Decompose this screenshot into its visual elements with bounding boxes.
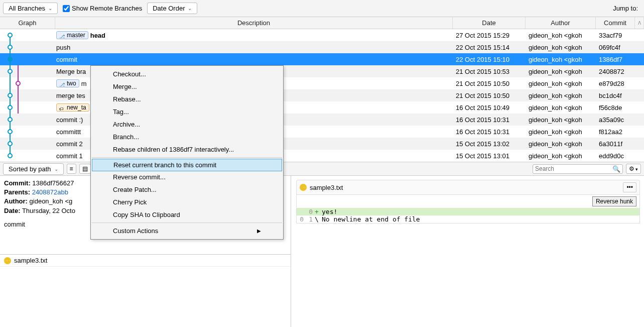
hash-cell: bc1dc4f (596, 92, 635, 99)
hash-cell: 1386df7 (596, 56, 635, 63)
col-desc[interactable]: Description (55, 17, 453, 29)
show-remote-input[interactable] (63, 5, 70, 12)
diff-line: 0+ yes! (297, 208, 639, 215)
menu-item[interactable]: Cherry Pick (91, 196, 283, 208)
hash-cell: 069fc4f (596, 44, 635, 51)
author-cell: gideon_koh <gkoh (526, 116, 596, 124)
author-cell: gideon_koh <gkoh (526, 68, 596, 75)
desc-cell: masterhead (55, 31, 453, 39)
col-commit[interactable]: Commit (596, 17, 635, 29)
graph-cell (0, 138, 55, 150)
graph-cell (0, 29, 55, 41)
date-cell: 21 Oct 2015 10:50 (453, 80, 526, 87)
menu-item[interactable]: Custom Actions▶ (91, 225, 283, 237)
date-label: Date: (4, 207, 21, 214)
col-graph[interactable]: Graph (0, 17, 55, 29)
commit-row[interactable]: masterhead27 Oct 2015 15:29gideon_koh <g… (0, 29, 644, 41)
hash-cell: edd9d0c (596, 152, 635, 160)
author-cell: gideon_koh <gkoh (526, 128, 596, 136)
menu-item[interactable]: Merge... (91, 80, 283, 93)
diff-menu-button[interactable]: ••• (623, 182, 636, 192)
diff-header: ⋯ sample3.txt ••• (296, 180, 640, 195)
show-remote-checkbox[interactable]: Show Remote Branches (63, 5, 142, 12)
submenu-arrow-icon: ▶ (257, 228, 261, 234)
toolbar: All Branches ⌄ Show Remote Branches Date… (0, 0, 644, 17)
file-list-item[interactable]: ⋯ sample3.txt (0, 254, 291, 266)
date-cell: 27 Oct 2015 15:29 (453, 32, 526, 39)
diff-line: 01\ No newline at end of file (297, 215, 639, 223)
date-cell: 15 Oct 2015 13:02 (453, 140, 526, 148)
tag-icon (59, 105, 65, 110)
date-cell: 16 Oct 2015 10:31 (453, 128, 526, 136)
col-scroll-indicator: ᐱ (635, 17, 644, 29)
hash-cell: e879d28 (596, 80, 635, 87)
menu-item[interactable]: Branch... (91, 131, 283, 143)
menu-item[interactable]: Archive... (91, 118, 283, 131)
hash-cell: 6a3011f (596, 140, 635, 148)
graph-cell (0, 65, 55, 77)
jump-to-label: Jump to: (613, 5, 641, 12)
context-menu: Checkout...Merge...Rebase...Tag...Archiv… (90, 65, 284, 240)
desc-cell: commit (55, 56, 453, 63)
graph-cell (0, 126, 55, 138)
commit-row[interactable]: push22 Oct 2015 15:14gideon_koh <gkoh069… (0, 41, 644, 53)
author-cell: gideon_koh <gkoh (526, 92, 596, 99)
branches-filter-dropdown[interactable]: All Branches ⌄ (3, 3, 58, 14)
commit-hash: 1386df756627 (32, 179, 74, 187)
graph-cell (0, 77, 55, 89)
menu-item[interactable]: Reset current branch to this commit (92, 159, 282, 171)
menu-item[interactable]: Reverse commit... (91, 171, 283, 183)
branch-badge: master (56, 31, 88, 39)
graph-cell (0, 150, 55, 162)
search-icon: 🔍 (612, 165, 620, 173)
chevron-down-icon: ▾ (635, 167, 638, 172)
sort-label: Sorted by path (9, 165, 51, 173)
order-dropdown[interactable]: Date Order ⌄ (147, 3, 197, 14)
author-cell: gideon_koh <gkoh (526, 104, 596, 112)
date-value: Thursday, 22 Octo (22, 207, 75, 214)
commit-label: Commit: (4, 179, 31, 187)
author-cell: gideon_koh <gkoh (526, 140, 596, 148)
commit-row[interactable]: commit22 Oct 2015 15:10gideon_koh <gkoh1… (0, 53, 644, 65)
author-cell: gideon_koh <gkoh (526, 32, 596, 39)
graph-cell (0, 101, 55, 114)
col-author[interactable]: Author (526, 17, 596, 29)
parents-hash[interactable]: 2408872abb (32, 188, 68, 196)
chevron-down-icon: ⌄ (188, 6, 192, 11)
menu-item[interactable]: Copy SHA to Clipboard (91, 208, 283, 221)
search-input[interactable] (535, 165, 612, 172)
search-box[interactable]: 🔍 (533, 164, 623, 174)
file-modified-icon: ⋯ (300, 184, 307, 191)
author-cell: gideon_koh <gkoh (526, 152, 596, 160)
hash-cell: 2408872 (596, 68, 635, 75)
hash-cell: f812aa2 (596, 128, 635, 136)
hash-cell: 33acf79 (596, 32, 635, 39)
parents-label: Parents: (4, 188, 30, 196)
reverse-hunk-button[interactable]: Reverse hunk (592, 196, 636, 206)
list-view-button[interactable]: ≡ (67, 164, 76, 174)
menu-item[interactable]: Rebase children of 1386df7 interactively… (91, 143, 283, 156)
graph-cell (0, 41, 55, 53)
menu-item[interactable]: Tag... (91, 105, 283, 118)
diff-panel: ⋯ sample3.txt ••• Reverse hunk 0+ yes!01… (291, 176, 644, 327)
chevron-down-icon: ⌄ (54, 166, 58, 172)
tree-view-button[interactable]: ▤ (79, 164, 91, 174)
menu-item[interactable]: Create Patch... (91, 183, 283, 196)
date-cell: 21 Oct 2015 10:53 (453, 68, 526, 75)
desc-cell: push (55, 44, 453, 51)
gear-button[interactable]: ⚙▾ (626, 164, 641, 174)
graph-cell (0, 53, 55, 65)
tag-badge: new_ta (56, 103, 89, 112)
file-modified-icon: ⋯ (4, 257, 11, 264)
sort-dropdown[interactable]: Sorted by path ⌄ (3, 163, 64, 175)
author-value: gideon_koh <g (30, 197, 73, 205)
date-cell: 15 Oct 2015 13:01 (453, 152, 526, 160)
col-date[interactable]: Date (453, 17, 526, 29)
menu-item[interactable]: Checkout... (91, 68, 283, 80)
diff-toolbar: Reverse hunk (297, 195, 639, 208)
date-cell: 22 Oct 2015 15:10 (453, 56, 526, 63)
menu-separator (92, 157, 282, 158)
hash-cell: a35a09c (596, 116, 635, 124)
branches-filter-label: All Branches (9, 5, 45, 12)
menu-item[interactable]: Rebase... (91, 93, 283, 105)
